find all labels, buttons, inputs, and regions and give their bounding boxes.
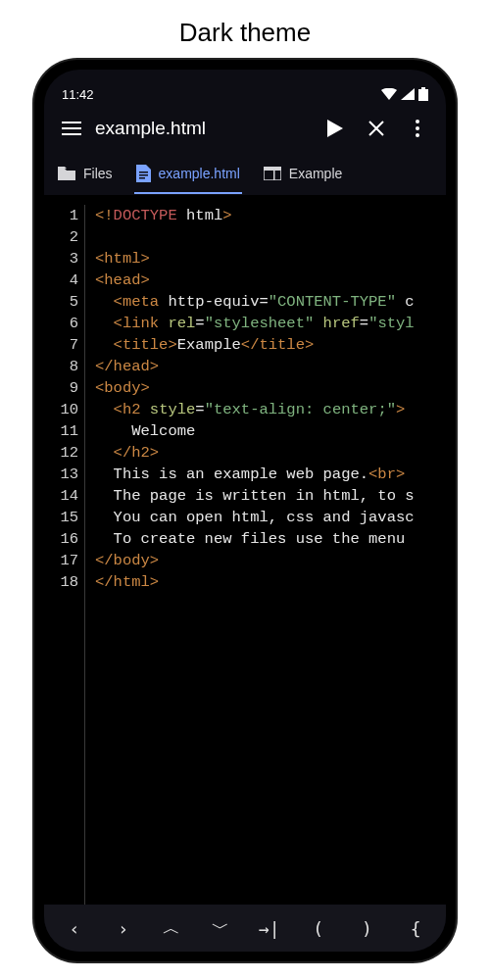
line-number: 7 (44, 334, 78, 356)
signal-icon (401, 88, 415, 100)
status-icons (381, 87, 428, 101)
svg-rect-9 (139, 174, 148, 176)
overflow-button[interactable] (397, 120, 438, 137)
svg-rect-13 (273, 171, 275, 180)
svg-rect-0 (421, 87, 425, 89)
file-icon (136, 165, 151, 182)
nav-right-button[interactable]: › (99, 918, 148, 939)
chevron-down-icon: ﹀ (212, 916, 229, 940)
code-line[interactable]: <head> (95, 270, 446, 291)
code-line[interactable]: </head> (95, 356, 446, 377)
nav-up-button[interactable]: ︿ (148, 916, 197, 940)
paren-open-button[interactable]: ( (294, 918, 343, 939)
code-line[interactable]: <h2 style="text-align: center;"> (95, 399, 446, 420)
tab-label: Example (289, 166, 342, 181)
tab-key-button[interactable]: →| (245, 918, 294, 939)
app-bar: example.html (44, 105, 446, 152)
line-number: 4 (44, 270, 78, 291)
line-number: 12 (44, 442, 78, 464)
status-time: 11:42 (62, 87, 94, 102)
line-number: 13 (44, 464, 78, 485)
appbar-title: example.html (91, 118, 315, 139)
chevron-right-icon: › (118, 918, 128, 939)
code-line[interactable]: The page is written in html, to s (95, 485, 446, 507)
chevron-left-icon: ‹ (69, 918, 79, 939)
svg-point-7 (416, 133, 419, 137)
line-number: 3 (44, 248, 78, 270)
line-number: 1 (44, 205, 78, 226)
svg-point-6 (416, 126, 419, 130)
line-number: 11 (44, 420, 78, 442)
svg-rect-2 (62, 122, 81, 123)
tab-example-html[interactable]: example.html (136, 152, 240, 194)
code-content[interactable]: <!DOCTYPE html> <html><head> <meta http-… (85, 205, 446, 905)
wifi-icon (381, 88, 397, 100)
code-line[interactable]: <!DOCTYPE html> (95, 205, 446, 226)
line-number: 16 (44, 528, 78, 550)
svg-rect-12 (264, 167, 281, 171)
code-line[interactable] (95, 226, 446, 248)
overflow-icon (416, 120, 419, 137)
line-number: 9 (44, 377, 78, 399)
web-icon (264, 167, 281, 180)
status-bar: 11:42 (44, 70, 446, 105)
tab-icon: →| (259, 918, 280, 939)
code-line[interactable]: </html> (95, 571, 446, 593)
page-title: Dark theme (179, 18, 311, 48)
nav-left-button[interactable]: ‹ (50, 918, 99, 939)
line-number: 2 (44, 226, 78, 248)
code-line[interactable]: Welcome (95, 420, 446, 442)
nav-down-button[interactable]: ﹀ (196, 916, 245, 940)
phone-frame: 11:42 example.html (34, 60, 456, 961)
run-button[interactable] (315, 120, 356, 137)
code-line[interactable]: This is an example web page.<br> (95, 464, 446, 485)
code-line[interactable]: <meta http-equiv="CONTENT-TYPE" c (95, 291, 446, 313)
paren-open-label: ( (313, 918, 323, 939)
brace-open-label: { (411, 918, 421, 939)
close-button[interactable] (356, 121, 397, 136)
tab-files[interactable]: Files (58, 152, 113, 194)
paren-close-label: ) (362, 918, 372, 939)
editor-toolbar: ‹ › ︿ ﹀ →| ( ) { (44, 905, 446, 952)
tab-bar: Files example.html Example (44, 152, 446, 195)
code-line[interactable]: <html> (95, 248, 446, 270)
line-number: 14 (44, 485, 78, 507)
line-number: 8 (44, 356, 78, 377)
paren-close-button[interactable]: ) (343, 918, 392, 939)
code-line[interactable]: To create new files use the menu (95, 528, 446, 550)
line-number: 10 (44, 399, 78, 420)
battery-icon (418, 87, 428, 101)
line-number: 5 (44, 291, 78, 313)
code-editor[interactable]: 123456789101112131415161718 <!DOCTYPE ht… (44, 195, 446, 905)
code-line[interactable]: </body> (95, 550, 446, 571)
chevron-up-icon: ︿ (163, 916, 180, 940)
svg-rect-1 (418, 89, 428, 101)
line-number-gutter: 123456789101112131415161718 (44, 205, 85, 905)
line-number: 17 (44, 550, 78, 571)
close-icon (368, 121, 384, 136)
tab-example-preview[interactable]: Example (264, 152, 342, 194)
tab-label: example.html (159, 166, 240, 181)
svg-rect-4 (62, 133, 81, 135)
code-line[interactable]: You can open html, css and javasc (95, 507, 446, 528)
svg-rect-10 (139, 177, 145, 179)
phone-screen: 11:42 example.html (44, 70, 446, 952)
svg-point-5 (416, 120, 419, 123)
play-icon (327, 120, 343, 137)
line-number: 6 (44, 313, 78, 334)
folder-icon (58, 167, 75, 180)
menu-icon (62, 122, 81, 135)
code-line[interactable]: <title>Example</title> (95, 334, 446, 356)
svg-rect-8 (139, 172, 148, 173)
line-number: 15 (44, 507, 78, 528)
brace-open-button[interactable]: { (391, 918, 440, 939)
menu-button[interactable] (52, 122, 91, 135)
code-line[interactable]: <link rel="stylesheet" href="styl (95, 313, 446, 334)
line-number: 18 (44, 571, 78, 593)
tab-label: Files (83, 166, 113, 181)
code-line[interactable]: </h2> (95, 442, 446, 464)
code-line[interactable]: <body> (95, 377, 446, 399)
svg-rect-3 (62, 127, 81, 129)
